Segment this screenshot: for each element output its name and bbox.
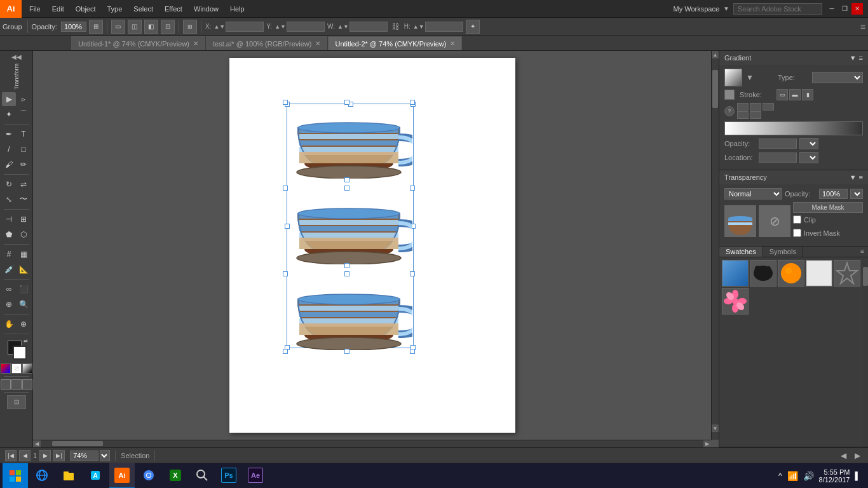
page-nav-prev-prev[interactable]: |◀ xyxy=(5,450,17,461)
gradient-arrow[interactable]: ▼ xyxy=(745,72,755,83)
transparency-collapse[interactable]: ▼ xyxy=(850,173,857,181)
menu-window[interactable]: Window xyxy=(189,4,224,14)
gradient-stroke-box[interactable] xyxy=(724,90,735,100)
symbol-item-3[interactable] xyxy=(778,260,804,287)
minimize-button[interactable]: ─ xyxy=(826,3,837,15)
tb-icon-5[interactable]: ⊡ xyxy=(161,20,175,34)
panel-transform-label[interactable]: Transform xyxy=(13,62,20,91)
gradient-mode-btn[interactable] xyxy=(22,363,32,374)
pencil-tool[interactable]: ✏ xyxy=(17,158,31,172)
transparency-menu[interactable]: ≡ xyxy=(859,173,863,181)
symbol-item-4[interactable] xyxy=(806,260,832,287)
tab-1-close[interactable]: ✕ xyxy=(315,40,320,47)
gradient-ctrl-1[interactable] xyxy=(737,103,749,111)
stroke-opt-2[interactable]: ▬ xyxy=(789,89,801,100)
tab-1[interactable]: test.ai* @ 100% (RGB/Preview) ✕ xyxy=(206,36,327,50)
taskbar-ps[interactable]: Ps xyxy=(216,463,241,489)
symbol-item-1[interactable] xyxy=(722,260,749,287)
scroll-thumb-v[interactable] xyxy=(712,70,718,108)
tab-0-close[interactable]: ✕ xyxy=(193,40,198,47)
gradient-ctrl-2[interactable] xyxy=(750,103,761,111)
panel-scrollbar[interactable] xyxy=(863,261,868,447)
menu-help[interactable]: Help xyxy=(225,4,250,14)
taskbar-ae[interactable]: Ae xyxy=(243,463,268,489)
type-tool[interactable]: T xyxy=(17,127,31,141)
direct-select-tool[interactable]: ▹ xyxy=(17,92,31,106)
eyedropper-tool[interactable]: 💉 xyxy=(2,262,16,276)
gradient-bar[interactable] xyxy=(724,121,863,135)
symbol-item-5[interactable] xyxy=(834,260,860,287)
draw-behind[interactable] xyxy=(11,379,22,390)
canvas-scrollbar-v[interactable]: ▲ ▼ xyxy=(711,51,719,440)
swap-colors[interactable]: ⇄ xyxy=(24,338,28,344)
reflect-tool[interactable]: ⇌ xyxy=(17,177,31,191)
nav-right[interactable]: ▶ xyxy=(851,450,863,461)
paintbrush-tool[interactable]: 🖌 xyxy=(2,158,16,172)
rect-tool[interactable]: □ xyxy=(17,142,31,156)
tb-icon-2[interactable]: ▭ xyxy=(111,20,125,34)
clip-checkbox[interactable] xyxy=(793,215,801,224)
opacity-input[interactable] xyxy=(61,22,86,32)
make-mask-button[interactable]: Make Mask xyxy=(793,202,863,213)
panel-toggle[interactable]: ≡ xyxy=(860,22,865,32)
free-transform-tool[interactable]: ⊞ xyxy=(17,212,31,226)
symbols-tab[interactable]: Symbols xyxy=(763,247,803,257)
none-mode-btn[interactable]: ⊘ xyxy=(11,363,22,374)
lasso-tool[interactable]: ⌒ xyxy=(17,107,31,121)
menu-object[interactable]: Object xyxy=(71,4,101,14)
gradient-location-select[interactable] xyxy=(799,152,818,163)
nav-left[interactable]: ◀ xyxy=(837,450,849,461)
tb-icon-6[interactable]: ⊞ xyxy=(183,20,197,34)
taskbar-ie[interactable] xyxy=(29,463,55,489)
w-input[interactable]: 260.911 pt xyxy=(349,22,388,32)
mesh-tool[interactable]: # xyxy=(2,247,16,261)
warp-tool[interactable]: 〜 xyxy=(17,193,31,207)
taskbar-ai[interactable]: Ai xyxy=(109,463,135,489)
live-paint-tool[interactable]: ⬛ xyxy=(17,282,31,296)
perspective-tool[interactable]: ⬡ xyxy=(17,227,31,241)
stroke-swatch[interactable] xyxy=(13,346,27,360)
show-desktop[interactable]: ▌ xyxy=(855,471,860,480)
screen-mode-btn[interactable]: ⊡ xyxy=(7,395,26,409)
symbol-item-2[interactable] xyxy=(750,260,776,287)
measure-tool[interactable]: 📐 xyxy=(17,262,31,276)
x-input[interactable]: 310.962 pt xyxy=(226,22,264,32)
zoom-tb-tool[interactable]: ⊕ xyxy=(17,317,31,331)
zoom-select[interactable] xyxy=(100,450,110,461)
scroll-down-btn[interactable]: ▼ xyxy=(712,424,719,432)
gradient-opacity-input[interactable] xyxy=(759,139,797,149)
canvas-area[interactable]: ▲ ▼ ◀ ▶ xyxy=(33,51,719,447)
taskbar-xbox[interactable]: X xyxy=(163,463,188,489)
swatches-tab[interactable]: Swatches xyxy=(719,247,763,257)
page-nav-next[interactable]: ▶ xyxy=(39,450,51,461)
menu-type[interactable]: Type xyxy=(102,4,128,14)
tray-network[interactable]: 📶 xyxy=(787,471,798,481)
tb-icon-1[interactable]: ⊞ xyxy=(89,20,103,34)
color-mode-btn[interactable] xyxy=(1,363,11,374)
shape-builder-tool[interactable]: ⬟ xyxy=(2,227,16,241)
tab-2[interactable]: Untitled-2* @ 74% (CMYK/Preview) ✕ xyxy=(328,36,462,50)
page-nav-next-next[interactable]: ▶| xyxy=(53,450,65,461)
menu-select[interactable]: Select xyxy=(128,4,158,14)
taskbar-chrome[interactable] xyxy=(136,463,161,489)
panel-scroll-thumb[interactable] xyxy=(863,267,868,286)
scroll-right-btn[interactable]: ▶ xyxy=(703,440,711,447)
panel-menu-btn[interactable]: ≡ xyxy=(857,247,868,257)
transparency-panel-header[interactable]: Transparency ▼ ≡ xyxy=(719,170,868,184)
toolbox-collapse[interactable]: ◀◀ xyxy=(11,53,22,60)
scale-tool[interactable]: ⤡ xyxy=(2,193,16,207)
taskbar-search[interactable] xyxy=(189,463,215,489)
stroke-opt-1[interactable]: ▭ xyxy=(776,89,788,100)
gradient-ctrl-3[interactable] xyxy=(763,103,774,111)
zoom-tool[interactable]: 🔍 xyxy=(17,297,31,311)
width-tool[interactable]: ⊣ xyxy=(2,212,16,226)
workspace-arrow[interactable]: ▼ xyxy=(723,5,729,12)
scroll-up-btn[interactable]: ▲ xyxy=(712,51,719,58)
gradient-location-input[interactable] xyxy=(759,152,797,163)
magic-wand-tool[interactable]: ✦ xyxy=(2,107,16,121)
taskbar-explorer[interactable] xyxy=(56,463,81,489)
select-tool[interactable]: ▶ xyxy=(2,92,16,106)
tray-arrow[interactable]: ^ xyxy=(778,471,782,480)
rotate-tool[interactable]: ↻ xyxy=(2,177,16,191)
invert-mask-checkbox[interactable] xyxy=(793,229,801,237)
